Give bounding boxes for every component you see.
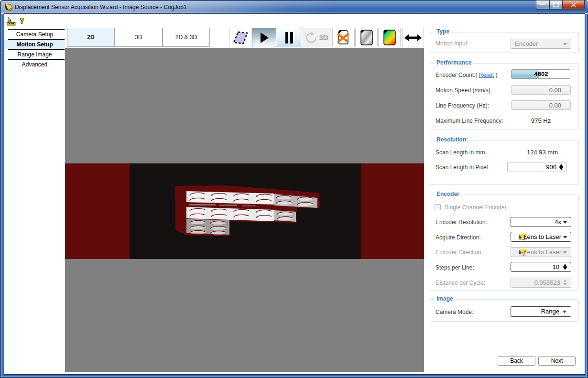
svg-text:?: ? <box>20 17 24 25</box>
